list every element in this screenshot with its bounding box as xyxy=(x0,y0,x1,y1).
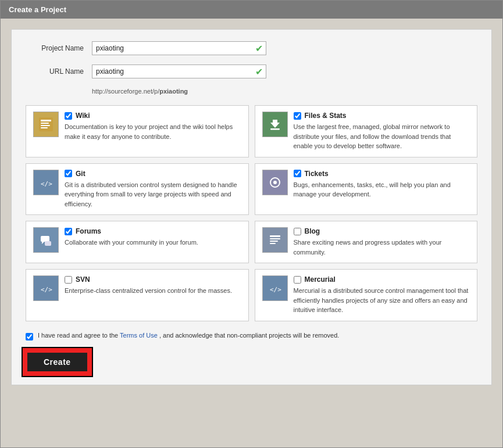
tool-card-svn: </> SVNEnterprise-class centralized vers… xyxy=(26,269,249,321)
svg-rect-18 xyxy=(268,233,282,247)
wiki-desc: Documentation is key to your project and… xyxy=(65,122,241,141)
blog-text: BlogShare exciting news and progress upd… xyxy=(294,227,470,257)
blog-icon xyxy=(262,227,288,253)
tool-card-wiki: WikiDocumentation is key to your project… xyxy=(26,105,249,157)
git-desc: Git is a distributed version control sys… xyxy=(65,180,241,209)
project-name-row: Project Name ✔ xyxy=(26,41,477,55)
blog-name: Blog xyxy=(305,227,320,235)
git-icon: </> xyxy=(33,170,59,195)
wiki-checkbox[interactable] xyxy=(65,112,72,120)
url-name-input[interactable] xyxy=(92,64,266,78)
tickets-desc: Bugs, enhancements, tasks, etc., will he… xyxy=(294,180,470,199)
svg-rect-14 xyxy=(41,236,49,242)
svg-rect-20 xyxy=(270,238,280,239)
mercurial-checkbox[interactable] xyxy=(294,276,301,284)
window-title: Create a Project xyxy=(9,5,66,14)
main-content: Project Name ✔ URL Name ✔ http://sourcef… xyxy=(11,29,492,385)
create-button[interactable]: Create xyxy=(26,351,89,373)
svn-text: SVNEnterprise-class centralized version … xyxy=(65,275,241,296)
wiki-name: Wiki xyxy=(76,112,90,120)
svg-rect-22 xyxy=(270,243,276,244)
files-name: Files & Stats xyxy=(305,112,347,120)
mercurial-header: Mercurial xyxy=(294,275,470,284)
tools-grid: WikiDocumentation is key to your project… xyxy=(26,105,477,321)
tool-card-files: Files & StatsUse the largest free, manag… xyxy=(255,105,478,157)
forums-desc: Collaborate with your community in your … xyxy=(65,238,241,248)
url-hint-prefix: http://sourceforge.net/p/ xyxy=(92,88,159,95)
url-hint: http://sourceforge.net/p/pxiaoting xyxy=(92,88,477,95)
git-text: GitGit is a distributed version control … xyxy=(65,170,241,209)
tickets-header: Tickets xyxy=(294,170,470,178)
svg-rect-0 xyxy=(39,117,53,131)
svg-rect-2 xyxy=(41,123,49,124)
forums-checkbox[interactable] xyxy=(65,228,72,235)
git-header: Git xyxy=(65,170,241,178)
project-name-input-wrapper: ✔ xyxy=(92,41,266,55)
svn-desc: Enterprise-class centralized version con… xyxy=(65,286,241,296)
files-desc: Use the largest free, managed, global mi… xyxy=(294,122,470,151)
blog-header: Blog xyxy=(294,227,470,235)
git-checkbox[interactable] xyxy=(65,170,72,177)
svg-text:</>: </> xyxy=(270,286,281,293)
tickets-name: Tickets xyxy=(305,170,329,178)
forums-icon xyxy=(33,227,59,253)
mercurial-name: Mercurial xyxy=(305,275,336,284)
files-header: Files & Stats xyxy=(294,112,470,120)
svg-rect-3 xyxy=(41,125,50,126)
svn-icon: </> xyxy=(33,275,59,301)
svg-text:</>: </> xyxy=(41,180,52,188)
tool-card-tickets: TicketsBugs, enhancements, tasks, etc., … xyxy=(255,163,478,216)
url-name-check-icon: ✔ xyxy=(255,66,263,77)
mercurial-desc: Mercurial is a distributed source contro… xyxy=(294,286,470,315)
terms-link[interactable]: Terms of Use xyxy=(120,332,158,339)
url-name-input-wrapper: ✔ xyxy=(92,64,266,78)
terms-row: I have read and agree to the Terms of Us… xyxy=(26,332,477,341)
tool-card-git: </> GitGit is a distributed version cont… xyxy=(26,163,249,216)
mercurial-icon: </> xyxy=(262,275,288,301)
forums-header: Forums xyxy=(65,227,241,235)
svg-text:</>: </> xyxy=(41,286,52,293)
terms-suffix: , and acknowledge that non-compliant pro… xyxy=(159,332,339,339)
tool-card-blog: BlogShare exciting news and progress upd… xyxy=(255,221,478,263)
wiki-icon xyxy=(33,112,59,137)
window: Create a Project Project Name ✔ URL Name… xyxy=(0,0,503,448)
wiki-text: WikiDocumentation is key to your project… xyxy=(65,112,241,141)
svn-name: SVN xyxy=(76,275,90,284)
project-name-label: Project Name xyxy=(26,44,84,52)
button-area: Create xyxy=(26,351,477,373)
mercurial-text: MercurialMercurial is a distributed sour… xyxy=(294,275,470,315)
files-text: Files & StatsUse the largest free, manag… xyxy=(294,112,470,151)
project-name-check-icon: ✔ xyxy=(255,43,263,54)
files-checkbox[interactable] xyxy=(294,112,301,120)
git-name: Git xyxy=(76,170,85,178)
terms-text: I have read and agree to the Terms of Us… xyxy=(38,332,339,339)
url-hint-bold: pxiaoting xyxy=(159,88,188,95)
svn-checkbox[interactable] xyxy=(65,276,72,284)
svn-header: SVN xyxy=(65,275,241,284)
svg-point-12 xyxy=(273,181,277,184)
svg-rect-19 xyxy=(270,235,280,237)
forums-text: ForumsCollaborate with your community in… xyxy=(65,227,241,248)
tickets-text: TicketsBugs, enhancements, tasks, etc., … xyxy=(294,170,470,199)
url-name-label: URL Name xyxy=(26,67,84,76)
blog-desc: Share exciting news and progress updates… xyxy=(294,238,470,257)
terms-checkbox[interactable] xyxy=(26,333,33,341)
terms-prefix: I have read and agree to the xyxy=(38,332,118,339)
wiki-header: Wiki xyxy=(65,112,241,120)
blog-checkbox[interactable] xyxy=(294,228,301,235)
svg-rect-1 xyxy=(41,120,51,121)
url-name-row: URL Name ✔ xyxy=(26,64,477,78)
tickets-checkbox[interactable] xyxy=(294,170,301,177)
svg-rect-4 xyxy=(41,127,48,128)
title-bar: Create a Project xyxy=(1,1,502,19)
files-icon xyxy=(262,112,288,137)
svg-rect-21 xyxy=(270,241,278,242)
project-name-input[interactable] xyxy=(92,41,266,55)
tool-card-forums: ForumsCollaborate with your community in… xyxy=(26,221,249,263)
tickets-icon xyxy=(262,170,288,195)
forums-name: Forums xyxy=(76,227,101,235)
tool-card-mercurial: </> MercurialMercurial is a distributed … xyxy=(255,269,478,321)
svg-rect-7 xyxy=(270,128,280,130)
